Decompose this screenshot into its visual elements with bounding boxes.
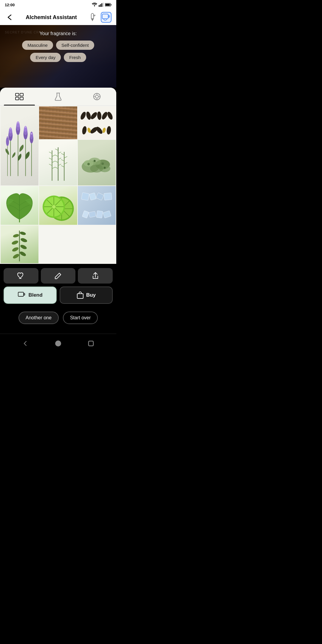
tab-grid[interactable]: [0, 88, 39, 106]
back-icon: [7, 14, 13, 20]
svg-point-39: [10, 128, 11, 129]
svg-rect-14: [20, 97, 23, 100]
svg-line-50: [52, 161, 55, 162]
start-over-label: Start over: [70, 315, 91, 320]
svg-rect-102: [77, 294, 83, 298]
svg-point-41: [25, 126, 27, 128]
ingredient-moss: [78, 140, 116, 185]
another-one-button[interactable]: Another one: [18, 312, 59, 324]
ingredient-lavender: [1, 106, 38, 185]
screen-sound-icon: [102, 14, 110, 21]
svg-rect-0: [99, 5, 100, 7]
fragrance-tags: Masculine Self-confident: [22, 41, 94, 50]
signal-icon: [99, 3, 103, 7]
status-bar: 12:00: [0, 0, 116, 10]
tag-every-day: Every day: [30, 53, 61, 62]
svg-rect-6: [106, 4, 110, 6]
olive-svg: [8, 227, 31, 261]
tag-self-confident: Self-confident: [56, 41, 94, 50]
suggestion-row: Another one Start over: [0, 308, 116, 328]
svg-line-48: [52, 155, 55, 157]
svg-point-95: [12, 247, 19, 253]
status-icons: [92, 3, 112, 7]
back-button[interactable]: [5, 12, 16, 23]
blend-icon: [18, 292, 26, 299]
shield-icon: [93, 92, 101, 101]
svg-rect-3: [103, 3, 104, 7]
svg-rect-2: [101, 3, 102, 7]
home-circle-icon: [55, 340, 62, 347]
blend-button[interactable]: Blend: [4, 287, 57, 304]
ingredient-olive: [1, 225, 38, 263]
svg-point-74: [104, 167, 106, 169]
ingredient-lime: [39, 186, 77, 225]
buy-label: Buy: [86, 292, 96, 298]
screen-sound-button[interactable]: [101, 12, 112, 23]
share-button[interactable]: [78, 268, 113, 284]
cta-row: Blend Buy: [0, 287, 116, 308]
fragrance-tags-row2: Every day Fresh: [30, 53, 86, 62]
ingredient-wood: [39, 106, 77, 139]
start-over-button[interactable]: Start over: [63, 312, 98, 324]
svg-point-72: [94, 160, 96, 162]
svg-line-60: [61, 154, 64, 155]
favorite-button[interactable]: [4, 268, 38, 284]
pen-device-icon: [89, 13, 96, 21]
pen-device-button[interactable]: [87, 12, 98, 23]
edit-button[interactable]: [41, 268, 76, 284]
lime-svg: [41, 188, 75, 223]
square-nav-icon: [88, 340, 94, 347]
svg-line-52: [52, 167, 55, 169]
wifi-icon: [92, 3, 97, 7]
svg-point-96: [20, 244, 28, 250]
rosemary-svg: [43, 144, 73, 181]
back-nav-button[interactable]: [20, 338, 31, 349]
moss-svg: [80, 143, 113, 182]
lavender-svg: [1, 109, 38, 184]
svg-point-71: [87, 163, 90, 165]
page-title: Alchemist Assistant: [26, 14, 77, 21]
hero-section: SECRET D'UNE CREATION UNIQUE Your fragra…: [0, 25, 116, 88]
svg-line-57: [55, 161, 58, 162]
svg-point-17: [95, 95, 98, 98]
svg-line-56: [58, 158, 61, 160]
svg-line-61: [64, 157, 67, 158]
top-nav: Alchemist Assistant: [0, 10, 116, 25]
svg-rect-12: [20, 93, 23, 96]
svg-line-63: [64, 162, 67, 164]
svg-line-64: [61, 166, 64, 167]
svg-point-97: [11, 240, 19, 245]
svg-line-54: [58, 152, 61, 154]
ingredient-seeds: [78, 106, 116, 139]
svg-point-40: [17, 122, 19, 123]
svg-point-43: [7, 136, 8, 138]
svg-rect-101: [18, 292, 24, 296]
svg-line-62: [61, 160, 64, 161]
tag-fresh: Fresh: [64, 53, 86, 62]
svg-point-37: [30, 131, 33, 139]
buy-button[interactable]: Buy: [60, 287, 113, 304]
svg-point-103: [55, 340, 61, 346]
svg-point-70: [90, 165, 103, 173]
heart-icon: [17, 272, 25, 279]
ingredient-ice: [78, 186, 116, 225]
recents-nav-button[interactable]: [85, 338, 97, 349]
svg-point-93: [12, 253, 20, 259]
tab-flask[interactable]: [39, 88, 78, 106]
svg-line-58: [58, 164, 61, 165]
home-nav-button[interactable]: [52, 338, 64, 349]
status-time: 12:00: [5, 3, 15, 7]
svg-point-100: [20, 231, 27, 236]
ingredient-geranium: [1, 186, 38, 225]
grid-icon: [15, 93, 24, 100]
svg-rect-1: [100, 4, 101, 7]
tab-bar: [0, 88, 116, 106]
tab-settings[interactable]: [78, 88, 116, 106]
svg-rect-5: [111, 4, 112, 6]
svg-rect-13: [16, 97, 19, 100]
bag-icon: [77, 291, 84, 299]
main-card: [0, 88, 116, 264]
svg-point-38: [6, 137, 9, 146]
back-nav-icon: [22, 340, 29, 347]
svg-line-55: [55, 155, 58, 157]
